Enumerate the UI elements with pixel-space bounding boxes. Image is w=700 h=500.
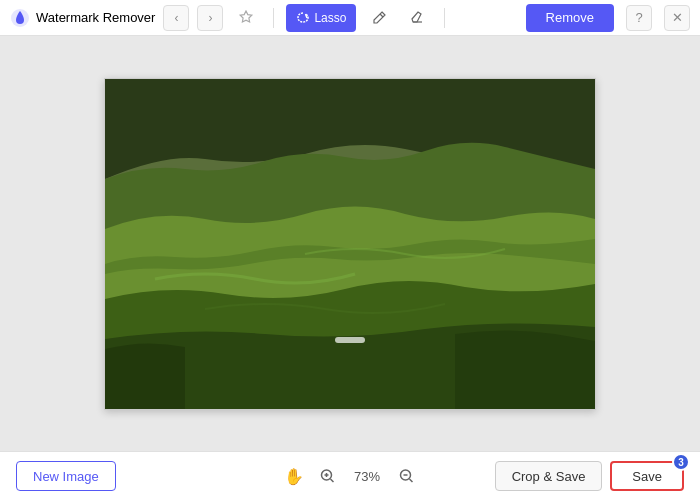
new-image-button[interactable]: New Image: [16, 461, 116, 491]
logo-icon: [10, 8, 30, 28]
svg-line-7: [331, 479, 334, 482]
brush-icon: [371, 10, 387, 26]
eraser-icon: [409, 10, 425, 26]
bottom-toolbar: New Image ✋ 73% Crop & Save: [0, 451, 700, 500]
forward-button[interactable]: ›: [197, 5, 223, 31]
save-wrapper: Save 3: [610, 461, 684, 491]
pan-button[interactable]: ✋: [282, 464, 306, 488]
bottom-center-controls: ✋ 73%: [282, 464, 419, 488]
close-button[interactable]: ✕: [664, 5, 690, 31]
zoom-in-button[interactable]: [316, 464, 340, 488]
bottom-left: New Image: [16, 461, 116, 491]
brush-tool-button[interactable]: [364, 4, 394, 32]
remove-button[interactable]: Remove: [526, 4, 614, 32]
app-title-text: Watermark Remover: [36, 10, 155, 25]
crop-save-button[interactable]: Crop & Save: [495, 461, 603, 491]
save-badge: 3: [672, 453, 690, 471]
app-logo: Watermark Remover: [10, 8, 155, 28]
favorite-button[interactable]: [231, 4, 261, 32]
landscape-image: [105, 79, 595, 409]
help-button[interactable]: ?: [626, 5, 652, 31]
title-bar: Watermark Remover ‹ › Lasso: [0, 0, 700, 36]
divider-1: [273, 8, 274, 28]
lasso-tool-button[interactable]: Lasso: [286, 4, 356, 32]
star-icon: [238, 10, 254, 26]
zoom-out-icon: [399, 468, 415, 484]
svg-line-2: [380, 14, 383, 17]
divider-2: [444, 8, 445, 28]
lasso-icon: [296, 11, 310, 25]
svg-rect-5: [335, 337, 365, 343]
eraser-tool-button[interactable]: [402, 4, 432, 32]
zoom-level-text: 73%: [350, 469, 385, 484]
svg-line-11: [410, 479, 413, 482]
image-container: [104, 78, 596, 410]
zoom-out-button[interactable]: [395, 464, 419, 488]
lasso-label: Lasso: [314, 11, 346, 25]
canvas-area: [0, 36, 700, 451]
back-button[interactable]: ‹: [163, 5, 189, 31]
bottom-right: Crop & Save Save 3: [495, 461, 684, 491]
zoom-in-icon: [320, 468, 336, 484]
